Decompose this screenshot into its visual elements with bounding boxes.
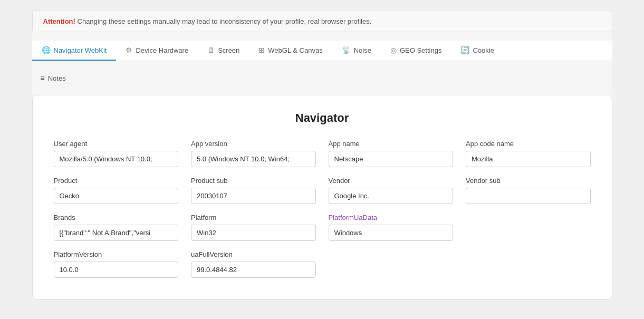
tab-notes[interactable]: ≡ Notes [32,70,74,86]
field-label-6: Vendor [329,177,454,185]
field-label-13: uaFullVersion [191,250,316,258]
notes-label: Notes [48,74,66,82]
field-label-1: App version [191,140,316,148]
fields-grid: User agentApp versionApp nameApp code na… [54,140,591,278]
field-input-10[interactable] [329,225,454,241]
tab-icon-device-hardware: ⚙ [126,46,132,54]
notes-tab-row: ≡ Notes [32,70,612,86]
field-input-0[interactable] [54,151,179,167]
field-input-4[interactable] [54,188,179,204]
field-label-4: Product [54,177,179,185]
field-input-5[interactable] [191,188,316,204]
field-group-5: Product sub [191,177,316,204]
tab-label-device-hardware: Device Hardware [136,46,188,54]
card-title: Navigator [54,111,591,125]
field-group-4: Product [54,177,179,204]
field-label-0: User agent [54,140,179,148]
field-label-5: Product sub [191,177,316,185]
field-input-2[interactable] [329,151,454,167]
tab-webgl-canvas[interactable]: ⊞WebGL & Canvas [249,41,332,61]
field-input-12[interactable] [54,262,179,278]
field-input-7[interactable] [466,188,591,204]
field-group-2: App name [329,140,454,167]
tab-icon-cookie: 🔄 [460,46,469,54]
attention-prefix: Attention! [43,17,75,25]
tab-geo-settings[interactable]: ◎GEO Settings [381,41,451,61]
field-input-1[interactable] [191,151,316,167]
notes-icon: ≡ [41,74,45,82]
tab-label-webgl-canvas: WebGL & Canvas [268,46,322,54]
tab-label-screen: Screen [218,46,239,54]
tab-label-navigator-webkit: Navigator WebKit [54,46,107,54]
tab-noise[interactable]: 📡Noise [332,41,381,61]
field-label-7: Vendor sub [466,177,591,185]
tab-label-noise: Noise [354,46,371,54]
field-label-8: Brands [54,214,179,221]
field-group-15 [466,250,591,278]
field-input-6[interactable] [329,188,454,204]
tabs-row: 🌐Navigator WebKit⚙Device Hardware🖥Screen… [32,41,612,61]
navigator-card: Navigator User agentApp versionApp nameA… [32,95,612,299]
field-group-10: PlatformUaData [329,214,454,241]
field-group-3: App code name [466,140,591,167]
tab-icon-navigator-webkit: 🌐 [42,46,51,54]
field-input-13[interactable] [191,262,316,278]
tab-cookie[interactable]: 🔄Cookie [451,41,503,61]
field-label-2: App name [329,140,454,148]
attention-bar: Attention! Changing these settings manua… [32,11,612,32]
field-label-9: Platform [191,214,316,221]
field-group-7: Vendor sub [466,177,591,204]
field-group-12: PlatformVersion [54,250,179,278]
tab-icon-screen: 🖥 [207,46,215,54]
field-label-3: App code name [466,140,591,148]
tab-screen[interactable]: 🖥Screen [198,41,249,61]
field-group-9: Platform [191,214,316,241]
field-input-3[interactable] [466,151,591,167]
field-label-10: PlatformUaData [329,214,454,221]
field-input-8[interactable] [54,225,179,241]
tab-label-geo-settings: GEO Settings [400,46,441,54]
field-input-9[interactable] [191,225,316,241]
tab-icon-noise: 📡 [342,46,351,54]
field-group-11 [466,214,591,241]
field-group-1: App version [191,140,316,167]
main-container: Attention! Changing these settings manua… [32,11,612,299]
field-group-0: User agent [54,140,179,167]
field-group-13: uaFullVersion [191,250,316,278]
field-group-8: Brands [54,214,179,241]
field-group-6: Vendor [329,177,454,204]
field-group-14 [329,250,454,278]
tab-icon-geo-settings: ◎ [390,46,397,54]
tab-navigator-webkit[interactable]: 🌐Navigator WebKit [32,41,117,61]
tab-label-cookie: Cookie [473,46,494,54]
tab-device-hardware[interactable]: ⚙Device Hardware [116,41,198,61]
attention-message: Changing these settings manually may lea… [78,17,372,25]
tab-icon-webgl-canvas: ⊞ [258,46,265,54]
field-label-12: PlatformVersion [54,250,179,258]
